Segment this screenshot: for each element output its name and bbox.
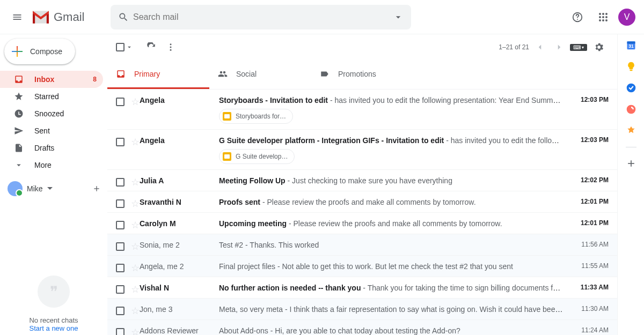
get-addons-button[interactable]: [626, 158, 636, 169]
star-button[interactable]: ☆: [131, 262, 140, 274]
more-actions-button[interactable]: [161, 38, 180, 57]
start-chat-link[interactable]: Start a new one: [0, 324, 107, 332]
prev-page-button[interactable]: [531, 39, 548, 56]
nav-label: Starred: [34, 92, 59, 101]
support-button[interactable]: [567, 6, 588, 28]
message-row[interactable]: ☆ Angela G Suite developer platform - In…: [107, 130, 617, 170]
star-button[interactable]: ☆: [131, 136, 140, 148]
select-all[interactable]: [116, 43, 133, 51]
calendar-icon[interactable]: 31: [626, 40, 636, 50]
checkbox-icon: [116, 43, 125, 51]
adobe-icon[interactable]: [626, 104, 636, 115]
search-icon: [118, 12, 129, 23]
message-row[interactable]: ☆ Julia A Meeting Follow Up - Just check…: [107, 170, 617, 191]
message-row[interactable]: ☆ Addons Reviewer About Add-ons - Hi, ar…: [107, 320, 617, 335]
star-button[interactable]: ☆: [131, 326, 140, 335]
attachment-chips: G Suite develop…: [219, 149, 564, 164]
settings-button[interactable]: [589, 38, 609, 57]
attachment-chips: Storyboards for…: [219, 109, 564, 124]
nav-label: Sent: [34, 126, 50, 135]
chevron-right-icon: [554, 42, 564, 52]
star-button[interactable]: ☆: [131, 241, 140, 252]
sidebar-item-sent[interactable]: Sent: [0, 122, 103, 139]
svg-rect-17: [630, 70, 632, 71]
next-page-button[interactable]: [551, 39, 568, 56]
search-options-button[interactable]: [389, 8, 408, 27]
svg-point-1: [577, 19, 578, 20]
tab-promotions[interactable]: Promotions: [311, 60, 413, 89]
message-row[interactable]: ☆ Vishal N No further action is needed -…: [107, 277, 617, 299]
select-checkbox[interactable]: [116, 178, 125, 187]
svg-point-11: [170, 43, 172, 45]
addon-icon[interactable]: [626, 125, 636, 136]
message-row[interactable]: ☆ Jon, me 3 Meta, so very meta - I think…: [107, 299, 617, 320]
message-row[interactable]: ☆ Angela, me 2 Final project files - Not…: [107, 256, 617, 277]
gmail-logo[interactable]: Gmail: [30, 6, 105, 28]
select-checkbox[interactable]: [116, 221, 125, 229]
list-toolbar: 1–21 of 21 ⌨▾: [107, 34, 617, 60]
caret-down-icon[interactable]: [126, 43, 133, 51]
apps-button[interactable]: [592, 6, 614, 28]
hangouts-icon: ❞: [38, 276, 70, 308]
message-row[interactable]: ☆ Angela Storyboards - Invitation to edi…: [107, 90, 617, 130]
subject: Test #2: [219, 241, 243, 249]
search-input[interactable]: [133, 12, 389, 22]
attachment-chip[interactable]: G Suite develop…: [219, 149, 295, 164]
tab-primary[interactable]: Primary: [107, 60, 209, 89]
snippet: Hi, are you able to chat today about tes…: [275, 326, 460, 335]
divider: [626, 147, 636, 147]
select-checkbox[interactable]: [116, 138, 125, 146]
sender: Angela, me 2: [140, 256, 219, 271]
inbox-icon: [116, 69, 126, 79]
star-button[interactable]: ☆: [131, 305, 140, 317]
account-avatar[interactable]: V: [618, 9, 635, 26]
select-checkbox[interactable]: [116, 328, 125, 335]
star-button[interactable]: ☆: [131, 96, 140, 108]
main-pane: 1–21 of 21 ⌨▾ PrimarySocialPromotions ☆ …: [107, 34, 617, 335]
svg-point-4: [605, 13, 608, 15]
message-row[interactable]: ☆ Carolyn M Upcoming meeting - Please re…: [107, 213, 617, 234]
search-bar[interactable]: [111, 5, 411, 29]
sidebar-item-starred[interactable]: Starred: [0, 88, 103, 105]
star-button[interactable]: ☆: [131, 219, 140, 231]
message-row[interactable]: ☆ Sravanthi N Proofs sent - Please revie…: [107, 191, 617, 213]
compose-button[interactable]: Compose: [4, 39, 75, 64]
star-button[interactable]: ☆: [131, 176, 140, 188]
snippet: Please review the proofs and make all co…: [267, 198, 475, 206]
select-checkbox[interactable]: [116, 199, 125, 208]
select-checkbox[interactable]: [116, 285, 125, 294]
star-button[interactable]: ☆: [131, 198, 140, 210]
new-chat-button[interactable]: [92, 184, 101, 193]
svg-point-13: [170, 49, 172, 51]
sidebar-item-more[interactable]: More: [0, 157, 103, 174]
hangouts-header[interactable]: Mike: [0, 177, 107, 200]
select-checkbox[interactable]: [116, 264, 125, 272]
select-checkbox[interactable]: [116, 307, 125, 315]
refresh-button[interactable]: [142, 38, 161, 57]
tasks-icon[interactable]: [626, 83, 636, 93]
sidebar-item-drafts[interactable]: Drafts: [0, 139, 103, 157]
attachment-chip[interactable]: Storyboards for…: [219, 109, 293, 124]
chat-user-name: Mike: [27, 184, 43, 193]
subject: Upcoming meeting: [219, 219, 287, 228]
timestamp: 11:56 AM: [568, 234, 609, 248]
star-button[interactable]: ☆: [131, 284, 140, 295]
caret-down-icon[interactable]: [47, 186, 53, 191]
sidebar-item-snoozed[interactable]: Snoozed: [0, 105, 103, 122]
keep-icon[interactable]: [626, 61, 636, 72]
main-menu-button[interactable]: [4, 4, 30, 30]
message-row[interactable]: ☆ Sonia, me 2 Test #2 - Thanks. This wor…: [107, 234, 617, 256]
people-icon: [218, 69, 228, 79]
message-list[interactable]: ☆ Angela Storyboards - Invitation to edi…: [107, 90, 617, 335]
svg-point-2: [599, 13, 601, 15]
input-tools-button[interactable]: ⌨▾: [570, 44, 587, 51]
search-button[interactable]: [114, 8, 133, 27]
svg-point-7: [605, 16, 608, 18]
help-icon: [572, 11, 583, 23]
tab-social[interactable]: Social: [209, 60, 311, 89]
nav-label: More: [34, 161, 52, 169]
select-checkbox[interactable]: [116, 242, 125, 251]
snippet: Just checking to make sure you have ever…: [292, 176, 452, 185]
select-checkbox[interactable]: [116, 98, 125, 106]
sidebar-item-inbox[interactable]: Inbox8: [0, 71, 103, 88]
